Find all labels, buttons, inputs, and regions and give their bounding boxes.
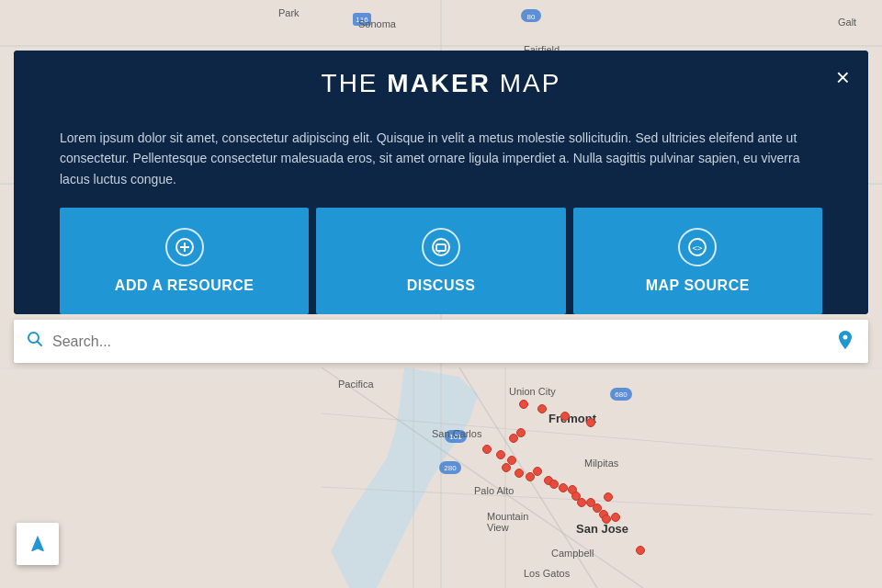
map-label-los-gatos: Los Gatos: [524, 568, 570, 579]
map-pin[interactable]: [549, 480, 559, 489]
svg-rect-24: [436, 244, 446, 251]
map-pin[interactable]: [604, 492, 613, 502]
map-pin[interactable]: [586, 418, 595, 427]
search-bar: [14, 320, 868, 363]
add-resource-button[interactable]: Add A Resource: [60, 208, 309, 314]
map-pin[interactable]: [516, 428, 526, 437]
map-pin[interactable]: [636, 546, 645, 555]
map-pin[interactable]: [602, 514, 611, 524]
navigation-button[interactable]: [17, 523, 59, 565]
map-label-san-carlos: San Carlos: [432, 428, 481, 439]
add-resource-icon: [165, 228, 204, 266]
location-button[interactable]: [835, 329, 855, 354]
title-bold: MAKER: [387, 69, 491, 97]
map-pin[interactable]: [537, 404, 547, 413]
modal-header: THE MAKER MAP ×: [14, 51, 868, 113]
map-pin[interactable]: [519, 400, 528, 409]
discuss-label: Discuss: [407, 277, 476, 294]
title-post: MAP: [491, 69, 560, 97]
svg-text:280: 280: [444, 464, 457, 472]
modal-description: Lorem ipsum dolor sit amet, consectetur …: [60, 128, 822, 189]
map-pin[interactable]: [514, 469, 524, 478]
map-label-union-city: Union City: [509, 386, 556, 397]
map-label-galt: Galt: [838, 17, 856, 28]
discuss-icon: [422, 228, 460, 266]
svg-text:80: 80: [527, 13, 536, 21]
map-label-park: Park: [278, 7, 300, 18]
add-resource-label: Add A Resource: [115, 277, 254, 294]
modal: THE MAKER MAP × Lorem ipsum dolor sit am…: [14, 51, 868, 314]
map-pin[interactable]: [577, 498, 586, 507]
modal-title: THE MAKER MAP: [60, 69, 822, 98]
map-pin[interactable]: [502, 463, 511, 472]
title-pre: THE: [322, 69, 388, 97]
map-label-mountain-view: MountainView: [487, 511, 528, 533]
modal-body: Lorem ipsum dolor sit amet, consectetur …: [14, 113, 868, 314]
map-label-milpitas: Milpitas: [584, 458, 618, 469]
map-pin[interactable]: [560, 412, 570, 421]
map-source-button[interactable]: <> Map Source: [573, 208, 822, 314]
search-icon: [27, 331, 43, 352]
map-label-san-jose: San Jose: [576, 522, 628, 536]
action-buttons: Add A Resource Discuss <: [60, 208, 822, 314]
map-label-pacifica: Pacifica: [338, 379, 374, 390]
discuss-button[interactable]: Discuss: [316, 208, 565, 314]
map-pin[interactable]: [496, 450, 505, 459]
svg-point-23: [433, 239, 449, 255]
map-pin[interactable]: [533, 467, 542, 476]
svg-text:<>: <>: [693, 243, 703, 253]
map-label-sonoma: Sonoma: [358, 18, 396, 29]
modal-close-button[interactable]: ×: [836, 65, 850, 89]
map-pin[interactable]: [611, 513, 620, 522]
map-label-campbell: Campbell: [551, 548, 594, 559]
search-input[interactable]: [52, 334, 835, 350]
map-pin[interactable]: [482, 445, 492, 454]
svg-line-28: [38, 342, 42, 346]
map-label-palo-alto: Palo Alto: [474, 485, 514, 496]
map-source-icon: <>: [678, 228, 717, 266]
map-source-label: Map Source: [646, 277, 750, 294]
svg-text:680: 680: [615, 390, 628, 399]
map-pin[interactable]: [559, 483, 568, 492]
